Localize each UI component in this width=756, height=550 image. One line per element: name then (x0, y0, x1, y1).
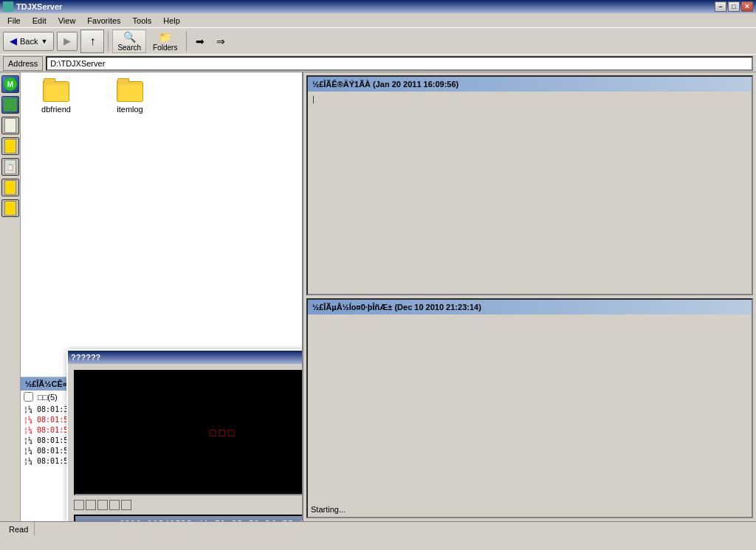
dialog-square-3 (97, 500, 108, 510)
up-icon: ↑ (89, 35, 95, 48)
main-layout: M 📋 dbfrie (0, 72, 756, 521)
dialog-square-2 (86, 500, 96, 510)
sidebar-icon-5[interactable]: 📋 (1, 158, 19, 176)
right-bottom-content: Starting... (308, 314, 752, 517)
minimize-button[interactable]: − (715, 1, 726, 12)
toolbar-separator-2 (186, 31, 187, 52)
right-bottom-title: ½£ÎÃµÂ½Ío¤0·þÎñÆ± (Dec 10 2010 21:23:14) (312, 303, 481, 312)
move-icon: ➡ (196, 35, 205, 47)
folders-label: Folders (153, 44, 177, 52)
dialog-squares (74, 500, 303, 510)
search-icon: 🔍 (123, 31, 136, 43)
folders-button[interactable]: 📁 Folders (148, 30, 182, 53)
copy-to-button[interactable]: ⇒ (211, 30, 230, 53)
right-top-title: ½£ÎÃÊ®ÄÝ1ÃÀ (Jan 20 2011 16:09:56) (312, 80, 458, 89)
address-label: Address (3, 56, 43, 71)
app-title: TDJXServer (16, 2, 62, 11)
status-read: Read (3, 522, 35, 536)
back-dropdown-icon[interactable]: ▼ (41, 38, 47, 45)
left-file-panel: dbfriend itemlog ½£ÎÃ½CÊ«Éý¾4Ý·þÎñÆ± (De… (21, 72, 303, 521)
cursor-line: | (308, 92, 752, 106)
left-sidebar: M 📋 (0, 72, 21, 521)
dialog-body: □□□ CS10-99540E35-4A-71-55-F2-DC-77-03-2… (68, 364, 303, 521)
close-button[interactable]: ✕ (741, 1, 753, 12)
right-top-title-bar: ½£ÎÃÊ®ÄÝ1ÃÀ (Jan 20 2011 16:09:56) (308, 77, 752, 92)
address-bar: Address (0, 55, 756, 72)
sidebar-icon-1[interactable]: M (1, 75, 19, 93)
up-button[interactable]: ↑ (80, 30, 104, 53)
sidebar-icon-4[interactable] (1, 137, 19, 155)
sidebar-icon-6[interactable] (1, 179, 19, 196)
menu-view[interactable]: View (54, 15, 80, 27)
dialog-screen-text: □□□ (210, 427, 237, 439)
sidebar-icon-3[interactable] (1, 117, 19, 134)
menu-bar: File Edit View Favorites Tools Help (0, 13, 756, 28)
search-button[interactable]: 🔍 Search (112, 30, 146, 53)
menu-tools[interactable]: Tools (128, 15, 157, 27)
menu-help[interactable]: Help (159, 15, 185, 27)
forward-button[interactable]: ▶ (57, 32, 78, 51)
restore-button[interactable]: □ (728, 1, 740, 12)
back-button[interactable]: ◀ Back ▼ (3, 32, 54, 51)
right-panel: ½£ÎÃÊ®ÄÝ1ÃÀ (Jan 20 2011 16:09:56) | ½£Î… (303, 72, 756, 521)
dialog-square-5 (121, 500, 131, 510)
address-input[interactable] (46, 56, 753, 71)
toolbar-separator-1 (108, 31, 109, 52)
title-bar: TDJXServer − □ ✕ (0, 0, 756, 13)
back-arrow-icon: ◀ (10, 35, 17, 47)
dialog-square-4 (109, 500, 120, 510)
menu-edit[interactable]: Edit (28, 15, 51, 27)
move-to-button[interactable]: ➡ (190, 30, 210, 53)
toolbar: ◀ Back ▼ ▶ ↑ 🔍 Search 📁 Folders ➡ ⇒ (0, 28, 756, 55)
status-bar: Read (0, 521, 756, 536)
status-left-text: Read (9, 525, 28, 534)
dialog-title-text: ?????? (71, 353, 100, 362)
dialog-code-field: CS10-99540E35-4A-71-55-F2-DC-77-03-2C (74, 515, 303, 521)
menu-file[interactable]: File (3, 15, 25, 27)
copy-icon: ⇒ (216, 35, 225, 47)
starting-text: Starting... (311, 505, 346, 514)
back-label: Back (20, 37, 38, 46)
dialog-code-text: CS10-99540E35-4A-71-55-F2-DC-77-03-2C (119, 519, 303, 522)
dialog-title-bar: ?????? ✕ (68, 351, 303, 364)
dialog-square-1 (74, 500, 84, 510)
right-bottom-title-bar: ½£ÎÃµÂ½Ío¤0·þÎñÆ± (Dec 10 2010 21:23:14) (308, 300, 752, 314)
dialog-overlay: ?????? ✕ □□□ CS10-99540E35-4 (21, 72, 302, 521)
search-label: Search (117, 44, 141, 52)
right-bottom-panel: ½£ÎÃµÂ½Ío¤0·þÎñÆ± (Dec 10 2010 21:23:14)… (306, 298, 753, 518)
menu-favorites[interactable]: Favorites (83, 15, 125, 27)
forward-arrow-icon: ▶ (63, 35, 71, 47)
dialog-screen: □□□ (74, 370, 303, 495)
sidebar-icon-2[interactable] (1, 96, 19, 114)
right-top-panel: ½£ÎÃÊ®ÄÝ1ÃÀ (Jan 20 2011 16:09:56) | (306, 75, 753, 295)
sidebar-icon-7[interactable] (1, 199, 19, 217)
right-top-content: | (308, 92, 752, 294)
app-icon (3, 1, 13, 12)
folders-icon: 📁 (159, 31, 171, 43)
dialog: ?????? ✕ □□□ CS10-99540E35-4 (66, 349, 303, 521)
